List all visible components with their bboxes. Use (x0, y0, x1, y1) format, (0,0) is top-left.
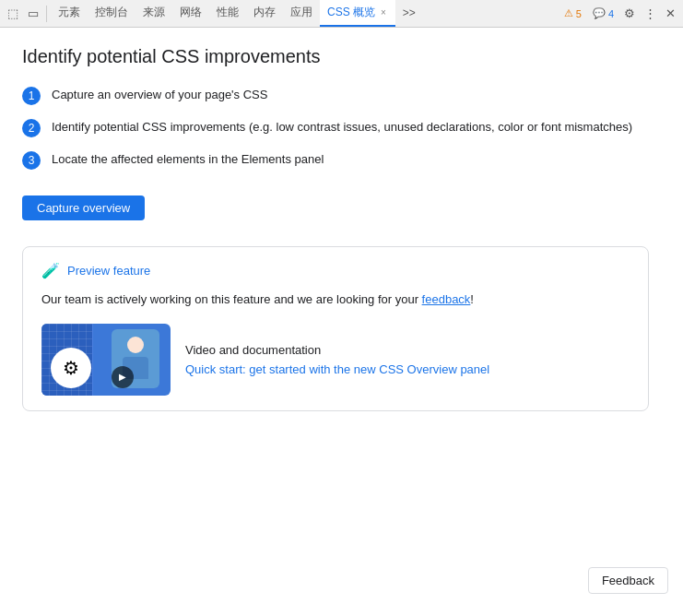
feedback-button[interactable]: Feedback (588, 567, 668, 594)
chrome-icon-thumb: ⚙ (51, 348, 91, 388)
step-text-3: Locate the affected elements in the Elem… (52, 150, 324, 169)
step-number-1: 1 (22, 87, 41, 105)
preview-text-after: ! (470, 292, 474, 306)
step-text-1: Capture an overview of your page's CSS (52, 86, 267, 104)
video-section: ⚙ ▶ Video and documentation Quick start:… (41, 324, 630, 396)
video-thumbnail: ⚙ ▶ (41, 324, 171, 396)
preview-text-before: Our team is actively working on this fea… (41, 292, 422, 306)
tab-network[interactable]: 网络 (172, 0, 209, 27)
tab-css-overview[interactable]: CSS 概览 × (320, 0, 395, 27)
toolbar-divider (46, 6, 47, 22)
play-button-icon[interactable]: ▶ (112, 366, 134, 388)
more-options-icon[interactable]: ⋮ (641, 5, 659, 23)
tab-bar: 元素 控制台 来源 网络 性能 内存 应用 CSS 概览 × >> (51, 0, 558, 27)
capture-overview-button[interactable]: Capture overview (22, 195, 145, 220)
person-head (127, 337, 144, 353)
video-info: Video and documentation Quick start: get… (185, 343, 489, 376)
tab-console[interactable]: 控制台 (88, 0, 135, 27)
close-tab-icon[interactable]: × (379, 6, 388, 18)
tab-more[interactable]: >> (395, 0, 423, 27)
message-badge[interactable]: 💬 4 (588, 5, 618, 23)
devtools-toolbar: ⬚ ▭ 元素 控制台 来源 网络 性能 内存 应用 CSS 概览 × >> (0, 0, 683, 28)
toolbar-right: ⚠ 5 💬 4 ⚙ ⋮ ✕ (559, 5, 679, 23)
tab-elements[interactable]: 元素 (51, 0, 88, 27)
preview-description: Our team is actively working on this fea… (41, 290, 630, 309)
steps-list: 1 Capture an overview of your page's CSS… (22, 86, 661, 170)
quick-start-link[interactable]: Quick start: get started with the new CS… (185, 362, 489, 376)
inspect-icon[interactable]: ⬚ (4, 5, 22, 23)
tab-application[interactable]: 应用 (283, 0, 320, 27)
step-text-2: Identify potential CSS improvements (e.g… (52, 118, 632, 136)
step-item-1: 1 Capture an overview of your page's CSS (22, 86, 661, 105)
close-devtools-icon[interactable]: ✕ (661, 5, 679, 23)
step-number-2: 2 (22, 119, 41, 137)
flask-icon: 🧪 (41, 262, 60, 279)
video-label: Video and documentation (185, 343, 489, 357)
page-title: Identify potential CSS improvements (22, 46, 661, 67)
warning-icon: ⚠ (564, 7, 573, 19)
preview-header: 🧪 Preview feature (41, 262, 630, 279)
tab-memory[interactable]: 内存 (246, 0, 283, 27)
warning-badge[interactable]: ⚠ 5 (559, 5, 586, 23)
main-content: Identify potential CSS improvements 1 Ca… (0, 28, 683, 616)
device-icon[interactable]: ▭ (24, 5, 42, 23)
step-item-2: 2 Identify potential CSS improvements (e… (22, 118, 661, 137)
step-number-3: 3 (22, 151, 41, 170)
tab-sources[interactable]: 来源 (135, 0, 172, 27)
step-item-3: 3 Locate the affected elements in the El… (22, 150, 661, 170)
tab-performance[interactable]: 性能 (209, 0, 246, 27)
message-icon: 💬 (593, 7, 606, 19)
feedback-link[interactable]: feedback (422, 292, 471, 306)
preview-label: Preview feature (67, 264, 150, 278)
settings-icon[interactable]: ⚙ (620, 5, 639, 23)
preview-feature-card: 🧪 Preview feature Our team is actively w… (22, 246, 649, 411)
